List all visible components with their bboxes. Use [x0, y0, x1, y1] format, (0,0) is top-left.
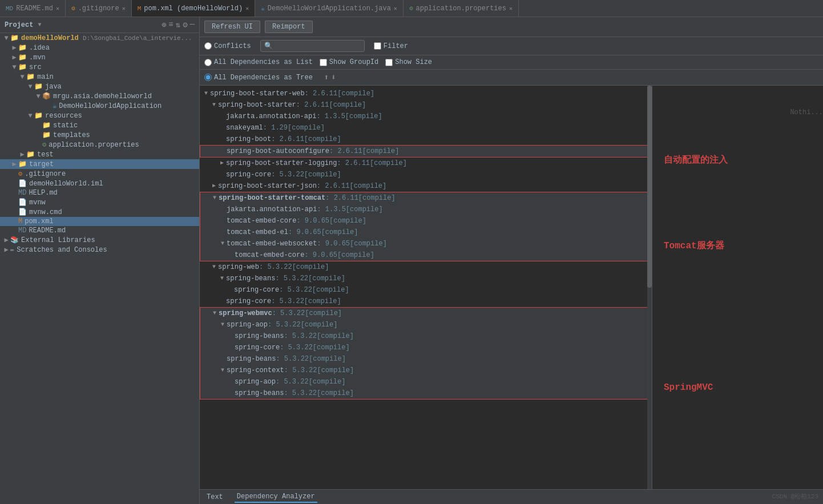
arrow-icon: ▼: [218, 273, 226, 284]
dep-item-spring-context[interactable]: ▼ spring-context : 5.3.22 [compile]: [200, 365, 652, 376]
sidebar-item-java[interactable]: ▼ 📁 java: [0, 82, 199, 91]
annotation-autoconfig-text: 自动配置的注入: [664, 155, 728, 166]
sidebar-item-project-root[interactable]: ▼ 📁 demoHelloWorld D:\Songbai_Code\a_int…: [0, 33, 199, 43]
bottom-tab-text[interactable]: Text: [204, 492, 225, 502]
sidebar-item-test[interactable]: ▶ 📁 test: [0, 150, 199, 159]
sidebar-header: Project ▼ ⊕ ≡ ⇅ ⚙ ─: [0, 17, 199, 33]
settings-icon[interactable]: ⚙: [183, 20, 187, 30]
sidebar-item-mvnwcmd[interactable]: 📄 mvnw.cmd: [0, 207, 199, 217]
conflicts-radio-input[interactable]: [204, 42, 212, 50]
sidebar-dropdown-icon[interactable]: ▼: [38, 22, 41, 28]
sync-icon[interactable]: ⊕: [162, 20, 166, 30]
reimport-button[interactable]: Reimport: [265, 21, 313, 33]
sort-za-icon[interactable]: ⬇: [331, 72, 336, 82]
dep-item-spring-boot-starter[interactable]: ▼ spring-boot-starter : 2.6.11 [compile]: [200, 99, 652, 111]
dep-item-jakarta-ann-2[interactable]: jakarta.annotation-api : 1.3.5 [compile]: [200, 204, 652, 215]
dep-name: spring-context: [227, 365, 284, 376]
xml-icon: M: [18, 217, 22, 225]
show-groupid-checkbox[interactable]: Show GroupId: [320, 58, 378, 66]
conflicts-radio[interactable]: Conflicts: [204, 42, 251, 50]
sidebar-item-label: src: [29, 63, 199, 71]
dep-item-spring-web[interactable]: ▼ spring-web : 5.3.22 [compile]: [200, 261, 652, 273]
all-as-tree-input[interactable]: [204, 74, 212, 81]
dep-item-spring-beans-2[interactable]: spring-beans : 5.3.22 [compile]: [200, 330, 652, 342]
sidebar-item-mvnw[interactable]: 📄 mvnw: [0, 197, 199, 207]
dep-item-spring-boot-starter-web[interactable]: ▼ spring-boot-starter-web : 2.6.11 [comp…: [200, 88, 652, 99]
sidebar-item-package[interactable]: ▼ 📦 mrgu.asia.demohelloworld: [0, 91, 199, 101]
sidebar-item-extlib[interactable]: ▶ 📚 External Libraries: [0, 235, 199, 245]
dep-item-spring-boot[interactable]: spring-boot : 2.6.11 [compile]: [200, 134, 652, 145]
filter-checkbox-input[interactable]: [374, 42, 381, 50]
arrow-icon: ▶: [210, 181, 218, 191]
sidebar-item-resources[interactable]: ▼ 📁 resources: [0, 111, 199, 120]
tab-gitignore[interactable]: ⚙ .gitignore ✕: [66, 0, 132, 17]
collapse-all-icon[interactable]: ≡: [168, 20, 173, 30]
sidebar-item-static[interactable]: 📁 static: [0, 120, 199, 130]
tab-app[interactable]: ☕ DemoHelloWorldApplication.java ✕: [255, 0, 404, 17]
dep-item-spring-core-2[interactable]: spring-core : 5.3.22 [compile]: [200, 284, 652, 296]
dep-item-tomcat-embed-websocket[interactable]: ▼ tomcat-embed-websocket : 9.0.65 [compi…: [200, 238, 652, 249]
dep-item-spring-boot-tomcat[interactable]: ▼ spring-boot-starter-tomcat : 2.6.11 [c…: [200, 192, 652, 204]
all-as-list-radio[interactable]: All Dependencies as List: [204, 58, 313, 66]
tab-readme-close[interactable]: ✕: [56, 5, 59, 12]
tab-pom[interactable]: M pom.xml (demoHelloWorld) ✕: [132, 0, 255, 17]
search-input[interactable]: [275, 42, 361, 50]
expand-icon[interactable]: ⇅: [176, 20, 180, 30]
sidebar-item-main[interactable]: ▼ 📁 main: [0, 72, 199, 82]
minus-icon[interactable]: ─: [190, 20, 195, 30]
dep-item-tomcat-embed-core-2[interactable]: tomcat-embed-core : 9.0.65 [compile]: [200, 249, 652, 261]
dep-item-snakeyaml[interactable]: snakeyaml : 1.29 [compile]: [200, 122, 652, 134]
sidebar-item-appprops[interactable]: ⚙ application.properties: [0, 140, 199, 150]
dep-item-spring-aop[interactable]: ▼ spring-aop : 5.3.22 [compile]: [200, 319, 652, 330]
sidebar-item-idea[interactable]: ▶ 📁 .idea: [0, 43, 199, 53]
dep-item-spring-beans-4[interactable]: spring-beans : 5.3.22 [compile]: [200, 388, 652, 400]
all-as-list-input[interactable]: [204, 59, 212, 66]
sidebar-item-help[interactable]: MD HELP.md: [0, 188, 199, 197]
dep-item-spring-core-3[interactable]: spring-core : 5.3.22 [compile]: [200, 296, 652, 307]
tab-gitignore-close[interactable]: ✕: [122, 5, 126, 12]
show-size-input[interactable]: [385, 59, 393, 66]
dep-item-tomcat-embed-core[interactable]: tomcat-embed-core : 9.0.65 [compile]: [200, 215, 652, 227]
sidebar-item-iml[interactable]: 📄 demoHelloWorld.iml: [0, 179, 199, 188]
show-groupid-input[interactable]: [320, 59, 327, 66]
sidebar-item-scratches[interactable]: ▶ ✏ Scratches and Consoles: [0, 245, 199, 255]
bottom-tab-dep[interactable]: Dependency Analyzer: [235, 491, 317, 503]
sidebar-project-name: demoHelloWorld D:\Songbai_Code\a_intervi…: [21, 34, 199, 42]
filter-checkbox[interactable]: Filter: [374, 42, 408, 50]
dep-item-spring-boot-json[interactable]: ▶ spring-boot-starter-json : 2.6.11 [com…: [200, 180, 652, 192]
sidebar-item-src[interactable]: ▼ 📁 src: [0, 62, 199, 72]
show-size-checkbox[interactable]: Show Size: [385, 58, 432, 66]
dep-item-spring-webmvc[interactable]: ▼ spring-webmvc : 5.3.22 [compile]: [200, 307, 652, 319]
dep-item-spring-aop-2[interactable]: spring-aop : 5.3.22 [compile]: [200, 376, 652, 388]
extlib-icon: 📚: [10, 236, 19, 244]
arrow-icon: ▼: [219, 320, 227, 330]
refresh-ui-button[interactable]: Refresh UI: [204, 21, 260, 33]
sidebar-item-readme[interactable]: MD README.md: [0, 226, 199, 235]
all-as-list-label: All Dependencies as List: [214, 58, 313, 66]
tab-appprops-close[interactable]: ✕: [509, 5, 513, 12]
dep-item-spring-beans-1[interactable]: ▼ spring-beans : 5.3.22 [compile]: [200, 273, 652, 284]
sidebar-item-templates[interactable]: 📁 templates: [0, 130, 199, 140]
annotation-springmvc-text: SpringMVC: [664, 382, 713, 393]
scrollbar-thumb[interactable]: [647, 86, 652, 288]
dep-scope: [compile]: [313, 342, 350, 353]
tab-readme[interactable]: MD README.md ✕: [0, 0, 66, 17]
dep-item-tomcat-embed-el[interactable]: tomcat-embed-el : 9.0.65 [compile]: [200, 227, 652, 238]
sidebar-item-appclass[interactable]: ☕ DemoHelloWorldApplication: [0, 101, 199, 111]
tab-app-close[interactable]: ✕: [394, 5, 397, 12]
sidebar-item-target[interactable]: ▶ 📁 target: [0, 159, 199, 169]
dep-item-spring-core-4[interactable]: spring-core : 5.3.22 [compile]: [200, 342, 652, 353]
dep-item-jakarta-ann[interactable]: jakarta.annotation-api : 1.3.5 [compile]: [200, 111, 652, 122]
dep-item-spring-boot-autoconfigure[interactable]: spring-boot-autoconfigure : 2.6.11 [comp…: [200, 145, 652, 158]
sidebar-item-mvn[interactable]: ▶ 📁 .mvn: [0, 53, 199, 62]
dep-item-spring-beans-3[interactable]: spring-beans : 5.3.22 [compile]: [200, 353, 652, 365]
dep-item-spring-boot-logging[interactable]: ▶ spring-boot-starter-logging : 2.6.11 […: [200, 158, 652, 169]
sidebar-item-gitignore[interactable]: ⚙ .gitignore: [0, 169, 199, 179]
dep-item-spring-core-1[interactable]: spring-core : 5.3.22 [compile]: [200, 169, 652, 180]
sidebar-item-label: java: [45, 83, 199, 91]
tab-pom-close[interactable]: ✕: [245, 5, 249, 12]
tab-appprops[interactable]: ⚙ application.properties ✕: [404, 0, 519, 17]
sidebar-item-pomxml[interactable]: M pom.xml: [0, 217, 199, 226]
sort-az-icon[interactable]: ⬆: [324, 72, 329, 82]
all-as-tree-radio[interactable]: All Dependencies as Tree: [204, 74, 313, 82]
